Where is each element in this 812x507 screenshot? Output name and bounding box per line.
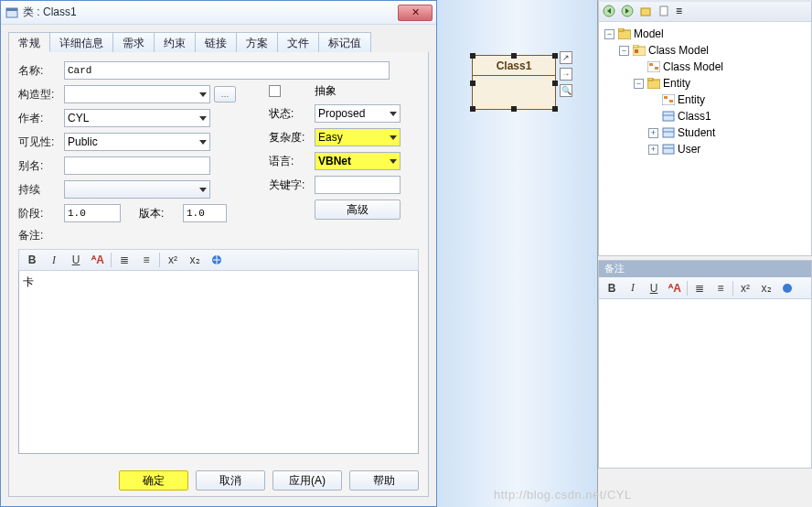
tab-file[interactable]: 文件: [277, 32, 319, 52]
tab-scenario[interactable]: 方案: [236, 32, 278, 52]
tab-req[interactable]: 需求: [112, 32, 155, 52]
collapse-icon[interactable]: −: [604, 29, 614, 39]
complexity-combo[interactable]: Easy: [315, 128, 401, 146]
project-tree[interactable]: − Model −Class ModelClass Model−EntityEn…: [599, 22, 811, 161]
resize-handle[interactable]: [470, 81, 475, 86]
separator: [159, 253, 160, 267]
new-item-icon[interactable]: [657, 5, 672, 19]
nav-back-icon[interactable]: [603, 5, 617, 19]
watermark-text: http://blog.csdn.net/CYL: [494, 488, 632, 502]
superscript-button[interactable]: x²: [164, 251, 182, 269]
quicklink-up-icon[interactable]: ↗: [560, 51, 572, 64]
chevron-down-icon: [390, 159, 397, 164]
tree-node[interactable]: Class Model: [601, 59, 809, 75]
font-color-button[interactable]: ᴬA: [89, 251, 107, 269]
toggle-icon[interactable]: −: [619, 46, 629, 56]
titlebar[interactable]: 类 : Class1 ✕: [1, 1, 436, 25]
italic-button[interactable]: I: [45, 251, 63, 269]
subscript-button[interactable]: x₂: [757, 279, 775, 297]
project-browser: ≡ − Model −Class ModelClass Model−Entity…: [598, 0, 812, 256]
tree-menu-icon[interactable]: ≡: [676, 5, 690, 19]
tree-node[interactable]: −Entity: [601, 75, 809, 92]
class-element[interactable]: Class1: [472, 55, 556, 110]
chevron-down-icon: [199, 140, 207, 145]
superscript-button[interactable]: x²: [736, 279, 754, 297]
persist-combo[interactable]: [64, 180, 210, 199]
notes-editor[interactable]: 卡: [18, 271, 419, 454]
diagram-icon: [646, 60, 660, 73]
font-color-button[interactable]: ᴬA: [666, 279, 684, 297]
tree-node-label: Class Model: [648, 44, 709, 57]
tab-general[interactable]: 常规: [8, 32, 50, 52]
nav-up-icon[interactable]: [639, 5, 654, 19]
notes-editor[interactable]: [599, 299, 811, 466]
status-combo[interactable]: Proposed: [315, 104, 401, 123]
tree-node[interactable]: Class1: [601, 108, 809, 124]
keywords-input[interactable]: [315, 176, 401, 194]
list-number-button[interactable]: ≡: [711, 279, 730, 297]
label-status: 状态:: [269, 106, 315, 122]
resize-handle[interactable]: [552, 106, 558, 112]
version-input[interactable]: [183, 204, 227, 222]
ok-button[interactable]: 确定: [119, 470, 188, 491]
author-combo[interactable]: CYL: [64, 109, 210, 127]
svg-rect-16: [647, 78, 653, 81]
tab-link[interactable]: 链接: [195, 32, 237, 52]
label-author: 作者:: [18, 111, 64, 126]
tree-node[interactable]: +User: [601, 141, 809, 157]
diagram-icon: [661, 93, 675, 106]
language-combo[interactable]: VBNet: [315, 152, 401, 170]
tab-constraint[interactable]: 约束: [154, 32, 196, 52]
advanced-button[interactable]: 高级: [315, 200, 401, 220]
dialog-icon: [5, 5, 19, 20]
resize-handle[interactable]: [511, 53, 517, 59]
resize-handle[interactable]: [552, 53, 558, 59]
quicklink-zoom-icon[interactable]: 🔍: [560, 84, 572, 97]
tree-node[interactable]: Entity: [601, 92, 809, 108]
stereotype-browse-button[interactable]: …: [214, 86, 236, 102]
notes-panel: 备注 B I U ᴬA ≣ ≡ x² x₂: [598, 260, 812, 469]
underline-button[interactable]: U: [645, 279, 663, 297]
phase-input[interactable]: [64, 204, 121, 222]
diagram-canvas[interactable]: Class1 ↗ → 🔍: [437, 0, 598, 507]
tree-node[interactable]: −Class Model: [601, 42, 809, 59]
resize-handle[interactable]: [511, 106, 517, 112]
resize-handle[interactable]: [470, 53, 475, 59]
close-button[interactable]: ✕: [398, 5, 433, 21]
class-properties-dialog: 类 : Class1 ✕ 常规 详细信息 需求 约束 链接 方案 文件 标记值 …: [0, 0, 437, 507]
toggle-icon[interactable]: −: [634, 79, 644, 89]
rtf-toolbar: B I U ᴬA ≣ ≡ x² x₂: [18, 249, 419, 271]
tree-node-model[interactable]: − Model: [601, 26, 809, 42]
cancel-button[interactable]: 取消: [196, 470, 265, 491]
tab-detail[interactable]: 详细信息: [49, 32, 113, 52]
list-bullet-button[interactable]: ≣: [690, 279, 709, 297]
visibility-combo[interactable]: Public: [64, 133, 210, 151]
toggle-icon[interactable]: +: [648, 128, 658, 138]
label-name: 名称:: [18, 63, 64, 79]
svg-rect-5: [641, 8, 650, 16]
list-number-button[interactable]: ≡: [137, 251, 155, 269]
toggle-icon[interactable]: +: [648, 145, 658, 155]
tree-node[interactable]: +Student: [601, 124, 809, 141]
apply-button[interactable]: 应用(A): [272, 470, 342, 491]
italic-button[interactable]: I: [624, 279, 642, 297]
abstract-checkbox[interactable]: [269, 85, 281, 97]
hyperlink-button[interactable]: [208, 251, 226, 269]
underline-button[interactable]: U: [67, 251, 85, 269]
nav-fwd-icon[interactable]: [621, 5, 636, 19]
subscript-button[interactable]: x₂: [186, 251, 204, 269]
alias-input[interactable]: [64, 156, 210, 175]
resize-handle[interactable]: [470, 106, 475, 112]
list-bullet-button[interactable]: ≣: [115, 251, 134, 269]
label-keywords: 关键字:: [269, 178, 315, 193]
help-button[interactable]: 帮助: [349, 470, 419, 491]
tab-tagged[interactable]: 标记值: [318, 32, 371, 52]
resize-handle[interactable]: [552, 81, 558, 86]
label-visibility: 可见性:: [18, 135, 64, 150]
quicklink-right-icon[interactable]: →: [560, 68, 572, 81]
bold-button[interactable]: B: [23, 251, 41, 269]
stereotype-combo[interactable]: [64, 85, 210, 103]
separator: [111, 253, 112, 267]
bold-button[interactable]: B: [603, 279, 621, 297]
hyperlink-button[interactable]: [778, 279, 796, 297]
